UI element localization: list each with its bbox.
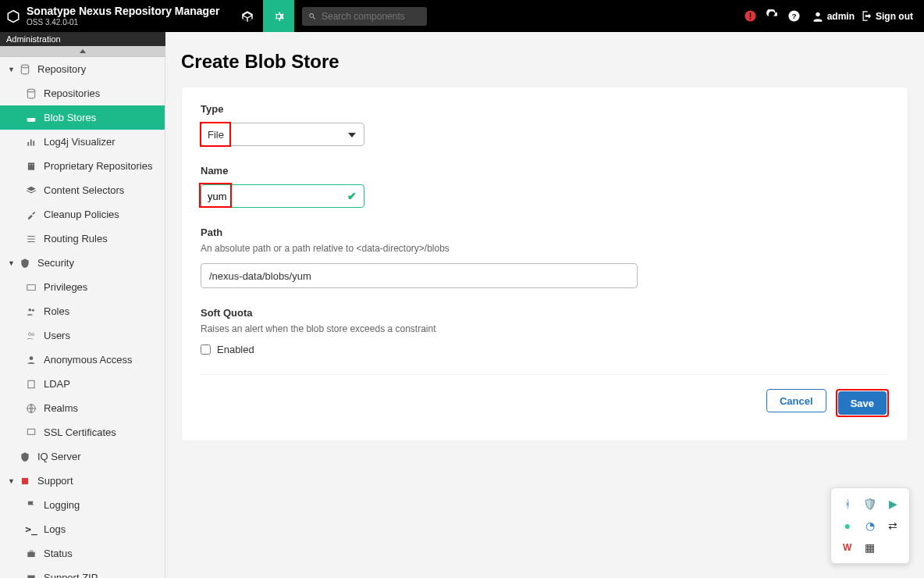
svg-point-10	[29, 119, 30, 120]
search-icon	[308, 12, 317, 21]
wps-icon[interactable]: W	[837, 538, 857, 557]
sidebar-item-iq-server[interactable]: IQ Server	[0, 444, 165, 469]
sidebar-item-repositories[interactable]: Repositories	[0, 81, 165, 105]
help-icon[interactable]: ?	[784, 0, 805, 32]
book-icon	[25, 378, 37, 391]
database-icon	[25, 87, 37, 100]
app-title: Sonatype Nexus Repository Manager	[27, 5, 219, 17]
sidebar-item-ldap[interactable]: LDAP	[0, 372, 165, 396]
refresh-icon[interactable]	[762, 0, 784, 32]
terminal-icon: >_	[25, 523, 37, 536]
sidebar-group-repository[interactable]: ▼ Repository	[0, 57, 165, 81]
soft-quota-checkbox-row[interactable]: Enabled	[201, 344, 889, 355]
sidebar-item-ssl[interactable]: SSL Certificates	[0, 420, 165, 444]
svg-point-21	[32, 309, 34, 311]
sidebar-item-blob-stores[interactable]: Blob Stores	[0, 105, 165, 130]
users-icon	[25, 305, 37, 318]
name-input[interactable]	[201, 184, 364, 208]
sidebar-item-users[interactable]: Users	[0, 323, 165, 348]
sidebar-item-status[interactable]: Status	[0, 541, 165, 566]
svg-marker-17	[27, 186, 36, 191]
chart-icon	[25, 136, 37, 148]
svg-rect-30	[30, 550, 33, 551]
system-tray: ᚼ 🛡️ ▶ ● ◔ ⇄ W ▦	[830, 487, 910, 564]
type-dropdown[interactable]: File	[201, 123, 364, 146]
admin-button[interactable]	[263, 0, 294, 32]
sidebar-scroll-up[interactable]	[0, 46, 165, 57]
alert-icon[interactable]	[740, 0, 762, 32]
type-label: Type	[201, 103, 889, 115]
security-icon[interactable]: 🛡️	[860, 494, 880, 513]
sidebar-item-log4j[interactable]: Log4j Visualizer	[0, 130, 165, 154]
sidebar-item-content-selectors[interactable]: Content Selectors	[0, 178, 165, 202]
sidebar-item-cleanup[interactable]: Cleanup Policies	[0, 202, 165, 227]
path-label: Path	[201, 227, 889, 238]
app-title-block: Sonatype Nexus Repository Manager OSS 3.…	[27, 5, 219, 26]
shield-icon	[19, 451, 31, 463]
archive-icon	[25, 572, 37, 579]
svg-rect-25	[28, 380, 34, 387]
shield-icon	[19, 257, 31, 269]
sidebar-item-roles[interactable]: Roles	[0, 299, 165, 323]
svg-rect-16	[32, 164, 33, 165]
svg-rect-14	[28, 162, 34, 169]
svg-rect-15	[30, 164, 30, 165]
sidebar-section-label: Administration	[0, 32, 165, 46]
bluetooth-icon[interactable]: ᚼ	[837, 494, 857, 513]
chevron-down-icon	[348, 133, 356, 137]
sidebar-item-proprietary[interactable]: Proprietary Repositories	[0, 154, 165, 178]
form-card: Type File Name ✔ Path An absolute path o…	[181, 87, 908, 441]
svg-point-8	[27, 89, 34, 92]
search-box[interactable]	[302, 7, 427, 26]
sidebar-item-support-zip[interactable]: Support ZIP	[0, 566, 165, 578]
chat-icon[interactable]: ●	[837, 516, 857, 535]
svg-text:?: ?	[792, 12, 797, 20]
search-input[interactable]	[322, 11, 421, 22]
check-icon: ✔	[347, 190, 357, 202]
user-icon	[812, 10, 824, 23]
grid-icon[interactable]: ▦	[860, 538, 880, 557]
sidebar-group-support[interactable]: ▼ Support	[0, 469, 165, 493]
svg-rect-29	[27, 551, 34, 556]
svg-rect-31	[27, 575, 34, 578]
app-version: OSS 3.42.0-01	[27, 18, 219, 27]
sidebar-item-privileges[interactable]: Privileges	[0, 275, 165, 299]
main-content: Create Blob Store Type File Name ✔ P	[165, 32, 924, 578]
chevron-down-icon: ▼	[8, 477, 16, 485]
database-icon	[19, 63, 31, 76]
path-input[interactable]	[201, 263, 638, 288]
name-label: Name	[201, 165, 889, 177]
save-button[interactable]: Save	[838, 391, 887, 415]
svg-rect-11	[27, 142, 29, 146]
page-title: Create Blob Store	[181, 49, 908, 73]
soft-quota-help: Raises an alert when the blob store exce…	[201, 323, 889, 334]
route-icon	[25, 233, 37, 245]
sidebar-group-security[interactable]: ▼ Security	[0, 251, 165, 275]
svg-marker-0	[8, 10, 19, 22]
sonatype-logo-icon	[6, 9, 20, 23]
browse-button[interactable]	[232, 0, 263, 32]
support-icon	[19, 475, 31, 487]
settings-icon[interactable]: ⇄	[883, 516, 903, 535]
svg-rect-12	[30, 139, 32, 145]
app-header: Sonatype Nexus Repository Manager OSS 3.…	[0, 0, 924, 32]
sidebar-item-logs[interactable]: >_Logs	[0, 517, 165, 541]
svg-point-7	[21, 65, 28, 68]
svg-point-24	[30, 356, 34, 360]
browser-icon[interactable]: ◔	[860, 516, 880, 535]
sidebar-item-logging[interactable]: Logging	[0, 493, 165, 517]
id-card-icon	[25, 281, 37, 294]
sidebar-item-realms[interactable]: Realms	[0, 396, 165, 420]
user-label[interactable]: admin	[805, 10, 861, 23]
sidebar-item-anonymous[interactable]: Anonymous Access	[0, 348, 165, 372]
svg-rect-2	[750, 12, 751, 17]
svg-rect-13	[33, 141, 34, 145]
svg-rect-9	[27, 118, 36, 122]
play-icon[interactable]: ▶	[883, 494, 903, 513]
sidebar-item-routing[interactable]: Routing Rules	[0, 227, 165, 251]
signout-button[interactable]: Sign out	[861, 10, 924, 22]
broom-icon	[25, 209, 37, 221]
building-icon	[25, 160, 37, 173]
cancel-button[interactable]: Cancel	[766, 389, 826, 412]
soft-quota-checkbox[interactable]	[201, 344, 211, 355]
